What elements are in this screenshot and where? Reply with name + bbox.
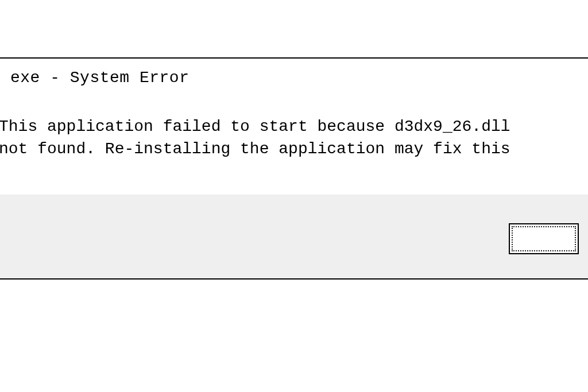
- dialog-title: exe - System Error: [10, 69, 189, 87]
- error-message-line2: not found. Re-installing the application…: [0, 138, 583, 160]
- system-error-dialog: exe - System Error This application fail…: [0, 57, 588, 280]
- dialog-content: This application failed to start because…: [0, 104, 588, 195]
- dialog-title-bar: exe - System Error: [0, 59, 588, 104]
- error-message-line1: This application failed to start because…: [0, 115, 583, 138]
- dialog-button-bar: [0, 195, 588, 278]
- ok-button[interactable]: [509, 223, 579, 254]
- ok-button-label: [512, 226, 576, 251]
